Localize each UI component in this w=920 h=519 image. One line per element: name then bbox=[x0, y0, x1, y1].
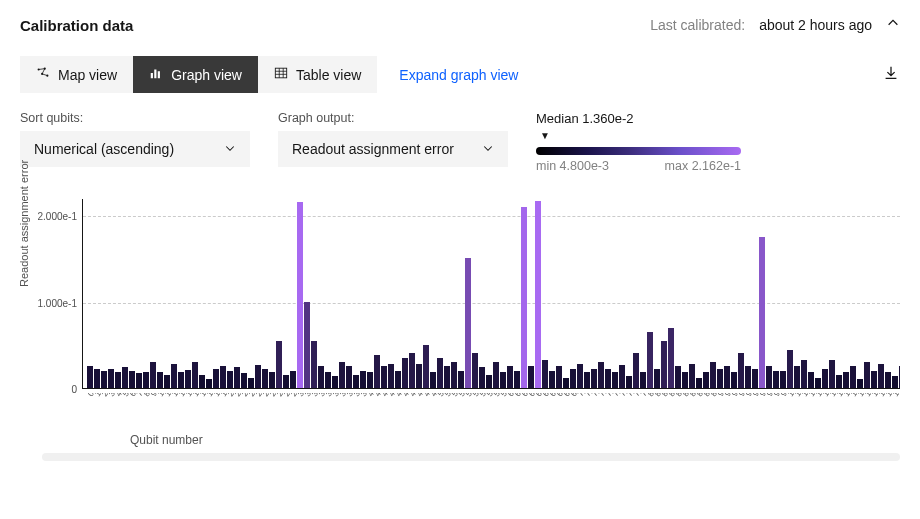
chart-bar bbox=[871, 371, 877, 388]
chart-bar bbox=[283, 375, 289, 388]
chart-ylabel: Readout assignment error bbox=[18, 160, 30, 287]
chart-bar bbox=[787, 350, 793, 388]
chart-bar bbox=[416, 364, 422, 388]
chart-bar bbox=[773, 371, 779, 388]
chart-bar bbox=[542, 360, 548, 388]
chart-bar bbox=[857, 379, 863, 388]
view-tabs: Map view Graph view Table view bbox=[20, 56, 377, 93]
tab-table-view[interactable]: Table view bbox=[258, 56, 377, 93]
chart-bar bbox=[185, 370, 191, 388]
chart-bar bbox=[836, 375, 842, 388]
chart-bar bbox=[157, 372, 163, 388]
chart-bar bbox=[731, 372, 737, 388]
map-icon bbox=[36, 66, 50, 83]
chart-bar bbox=[101, 371, 107, 388]
tab-map-view[interactable]: Map view bbox=[20, 56, 133, 93]
chart-bar bbox=[192, 362, 198, 388]
chart-bar bbox=[752, 369, 758, 388]
chart-bar bbox=[514, 371, 520, 388]
chart-bar bbox=[122, 367, 128, 388]
chart-bar bbox=[493, 362, 499, 388]
chart-bar bbox=[899, 366, 900, 388]
chart: Readout assignment error 01.000e-12.000e… bbox=[20, 197, 900, 447]
chart-bar bbox=[577, 364, 583, 388]
chart-bar bbox=[549, 371, 555, 388]
download-icon[interactable] bbox=[882, 64, 900, 86]
chart-bar bbox=[269, 372, 275, 388]
legend-max: max 2.162e-1 bbox=[665, 159, 741, 173]
chart-bar bbox=[591, 369, 597, 388]
tab-graph-view[interactable]: Graph view bbox=[133, 56, 258, 93]
ytick-label: 0 bbox=[29, 384, 77, 395]
median-marker-icon: ▼ bbox=[540, 130, 741, 141]
chart-bar bbox=[703, 372, 709, 388]
page-title: Calibration data bbox=[20, 17, 133, 34]
tab-table-label: Table view bbox=[296, 67, 361, 83]
chart-bar bbox=[815, 378, 821, 388]
chart-bar bbox=[248, 378, 254, 388]
chart-bar bbox=[668, 328, 674, 388]
chart-bar bbox=[472, 353, 478, 388]
chart-bar bbox=[507, 366, 513, 388]
chart-bar bbox=[444, 366, 450, 388]
chart-bar bbox=[353, 375, 359, 388]
chart-bar bbox=[794, 366, 800, 388]
sort-select-value: Numerical (ascending) bbox=[34, 141, 174, 157]
table-icon bbox=[274, 66, 288, 83]
expand-graph-link[interactable]: Expand graph view bbox=[399, 67, 518, 83]
sort-label: Sort qubits: bbox=[20, 111, 250, 125]
chart-bar bbox=[360, 371, 366, 388]
chart-bar bbox=[290, 371, 296, 388]
chart-bar bbox=[402, 358, 408, 388]
chart-bar bbox=[178, 372, 184, 388]
chart-bar bbox=[612, 372, 618, 388]
chart-bar bbox=[892, 376, 898, 388]
chart-bar bbox=[304, 302, 310, 388]
output-select[interactable]: Readout assignment error bbox=[278, 131, 508, 167]
chart-bar bbox=[479, 367, 485, 388]
tab-graph-label: Graph view bbox=[171, 67, 242, 83]
chart-bar bbox=[780, 371, 786, 388]
legend-median: Median 1.360e-2 bbox=[536, 111, 741, 126]
chart-bar bbox=[276, 341, 282, 389]
output-control: Graph output: Readout assignment error bbox=[278, 111, 508, 167]
chart-bar bbox=[486, 375, 492, 388]
chart-bar bbox=[500, 372, 506, 388]
chart-bar bbox=[640, 372, 646, 388]
sort-control: Sort qubits: Numerical (ascending) bbox=[20, 111, 250, 167]
chart-bar bbox=[619, 365, 625, 388]
chart-bar bbox=[710, 362, 716, 388]
chart-bar bbox=[647, 332, 653, 388]
chart-bar bbox=[850, 366, 856, 388]
chart-scrollbar[interactable] bbox=[42, 453, 900, 461]
chart-bar bbox=[437, 358, 443, 388]
collapse-icon[interactable] bbox=[886, 16, 900, 34]
output-label: Graph output: bbox=[278, 111, 508, 125]
last-calibrated-value: about 2 hours ago bbox=[759, 17, 872, 33]
chart-bar bbox=[885, 372, 891, 388]
chart-bar bbox=[430, 372, 436, 388]
chart-bar bbox=[689, 364, 695, 388]
chart-bar bbox=[878, 364, 884, 388]
sort-select[interactable]: Numerical (ascending) bbox=[20, 131, 250, 167]
chart-bar bbox=[171, 364, 177, 388]
chart-bar bbox=[332, 376, 338, 388]
svg-rect-7 bbox=[275, 68, 286, 78]
chart-bar bbox=[311, 341, 317, 389]
svg-rect-5 bbox=[154, 70, 156, 79]
chart-bar bbox=[563, 378, 569, 388]
chart-bar bbox=[297, 202, 303, 388]
chart-xticks: 0123456789101112131415161718192021222324… bbox=[86, 393, 900, 427]
chart-bar bbox=[381, 366, 387, 388]
toolbar-row: Map view Graph view Table view Expand gr… bbox=[20, 44, 900, 101]
chart-bar bbox=[234, 367, 240, 388]
chart-bar bbox=[451, 362, 457, 388]
controls-row: Sort qubits: Numerical (ascending) Graph… bbox=[20, 101, 900, 173]
chart-bar bbox=[724, 366, 730, 388]
chart-bar bbox=[465, 258, 471, 388]
chart-bar bbox=[388, 364, 394, 388]
chart-bar bbox=[696, 378, 702, 388]
chart-bar bbox=[129, 371, 135, 388]
chart-bar bbox=[227, 371, 233, 388]
chart-bar bbox=[115, 372, 121, 388]
